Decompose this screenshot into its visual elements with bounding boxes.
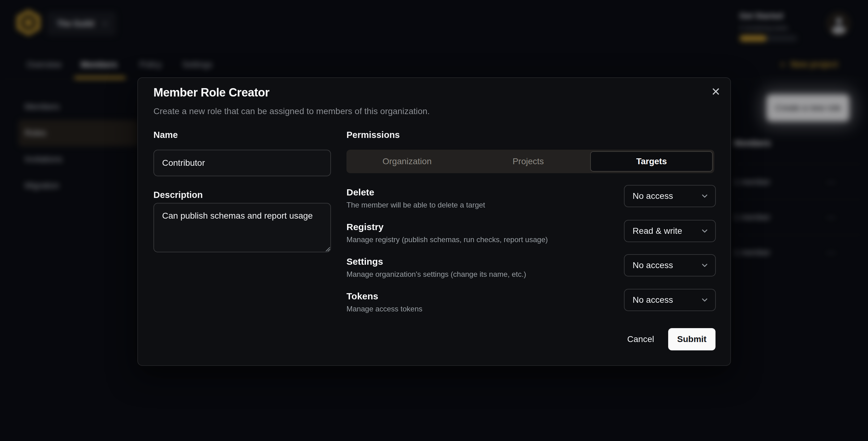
permission-title-registry: Registry [346,222,383,232]
dialog-title: Member Role Creator [153,86,270,99]
tab-organization[interactable]: Organization [346,150,468,173]
submit-button[interactable]: Submit [668,328,715,350]
member-role-creator-dialog: ✕ Member Role Creator Create a new role … [137,77,731,366]
resize-handle-icon[interactable] [323,245,330,252]
tokens-access-select[interactable]: No access [624,289,716,311]
name-input[interactable] [153,150,331,176]
permissions-scope-tabs: Organization Projects Targets [346,150,714,173]
close-icon[interactable]: ✕ [708,84,723,100]
chevron-down-icon [700,227,709,235]
select-value: No access [632,191,700,201]
permission-desc-delete: The member will be able to delete a targ… [346,201,485,209]
permissions-label: Permissions [346,130,400,140]
permission-title-delete: Delete [346,187,374,198]
description-textarea[interactable]: Can publish schemas and report usage [153,203,331,252]
permission-desc-tokens: Manage access tokens [346,305,422,313]
settings-access-select[interactable]: No access [624,254,716,277]
description-label: Description [153,190,203,200]
tab-projects[interactable]: Projects [468,150,589,173]
registry-access-select[interactable]: Read & write [624,220,716,242]
chevron-down-icon [700,261,709,270]
select-value: No access [632,260,700,270]
dialog-subtitle: Create a new role that can be assigned t… [153,106,430,116]
select-value: No access [632,295,700,305]
page: The Guild Get Started 4 remaining tasks … [0,0,868,441]
name-label: Name [153,130,178,140]
chevron-down-icon [700,192,709,200]
permission-desc-settings: Manage organization's settings (change i… [346,270,526,279]
permission-desc-registry: Manage registry (publish schemas, run ch… [346,235,548,244]
cancel-button[interactable]: Cancel [617,327,664,351]
permission-title-settings: Settings [346,256,383,267]
permission-title-tokens: Tokens [346,291,378,302]
tab-targets[interactable]: Targets [590,151,713,171]
delete-access-select[interactable]: No access [624,185,716,207]
select-value: Read & write [632,226,700,236]
chevron-down-icon [700,296,709,304]
